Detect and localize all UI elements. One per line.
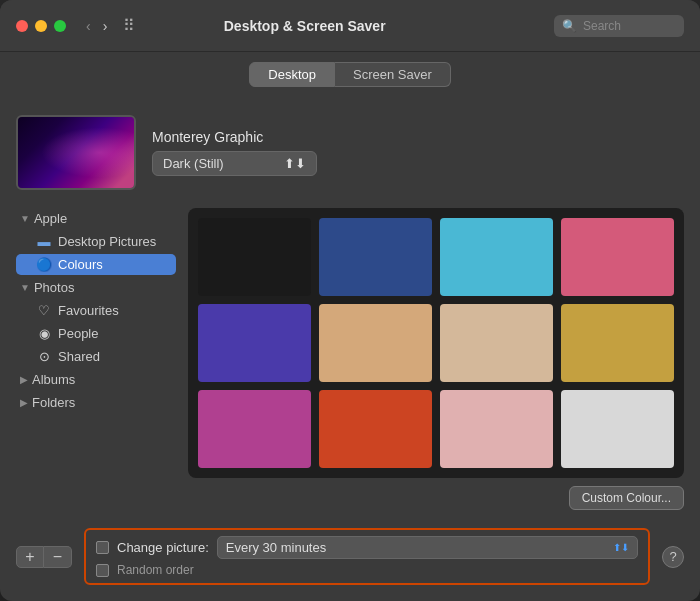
chevron-down-icon-photos: ▼ <box>20 282 30 293</box>
tabs-bar: Desktop Screen Saver <box>0 52 700 95</box>
sidebar-section-photos[interactable]: ▼ Photos <box>16 277 176 298</box>
section-apple-label: Apple <box>34 211 67 226</box>
change-picture-checkbox[interactable] <box>96 541 109 554</box>
swatch-pink-red[interactable] <box>561 218 674 296</box>
minimize-button[interactable] <box>35 20 47 32</box>
main-content: Monterey Graphic Dark (Still) ⬆⬇ ▼ Apple… <box>0 95 700 601</box>
sidebar-section-apple[interactable]: ▼ Apple <box>16 208 176 229</box>
person-icon: ◉ <box>36 326 52 341</box>
preview-info: Monterey Graphic Dark (Still) ⬆⬇ <box>152 129 317 176</box>
wallpaper-preview-inner <box>18 117 134 188</box>
traffic-lights <box>16 20 66 32</box>
help-button[interactable]: ? <box>662 546 684 568</box>
chevron-right-icon-folders: ▶ <box>20 397 28 408</box>
random-order-row: Random order <box>96 563 638 577</box>
wallpaper-name: Monterey Graphic <box>152 129 317 145</box>
sidebar-label-colours: Colours <box>58 257 103 272</box>
search-icon: 🔍 <box>562 19 577 33</box>
heart-icon: ♡ <box>36 303 52 318</box>
chevron-down-icon: ▼ <box>20 213 30 224</box>
swatch-orange-red[interactable] <box>319 390 432 468</box>
interval-dropdown-arrow-icon: ⬆⬇ <box>613 542 629 553</box>
window: ‹ › ⠿ Desktop & Screen Saver 🔍 Desktop S… <box>0 0 700 601</box>
shared-icon: ⊙ <box>36 349 52 364</box>
colors-grid: Custom Colour... <box>188 208 684 510</box>
maximize-button[interactable] <box>54 20 66 32</box>
window-title: Desktop & Screen Saver <box>67 18 542 34</box>
tab-screen-saver[interactable]: Screen Saver <box>335 62 451 87</box>
lower-section: ▼ Apple ▬ Desktop Pictures 🔵 Colours ▼ P… <box>16 208 684 510</box>
custom-colour-button[interactable]: Custom Colour... <box>569 486 684 510</box>
colours-icon: 🔵 <box>36 257 52 272</box>
swatch-cyan[interactable] <box>440 218 553 296</box>
sidebar-item-people[interactable]: ◉ People <box>16 323 176 344</box>
sidebar-label-favourites: Favourites <box>58 303 119 318</box>
section-folders-label: Folders <box>32 395 75 410</box>
sidebar-label-shared: Shared <box>58 349 100 364</box>
change-picture-section: Change picture: Every 30 minutes ⬆⬇ Rand… <box>84 528 650 585</box>
swatch-magenta[interactable] <box>198 390 311 468</box>
custom-colour-container: Custom Colour... <box>188 486 684 510</box>
sidebar-item-colours[interactable]: 🔵 Colours <box>16 254 176 275</box>
random-order-checkbox[interactable] <box>96 564 109 577</box>
sidebar: ▼ Apple ▬ Desktop Pictures 🔵 Colours ▼ P… <box>16 208 176 510</box>
random-order-label: Random order <box>117 563 194 577</box>
swatch-purple-blue[interactable] <box>198 304 311 382</box>
dropdown-arrow-icon: ⬆⬇ <box>284 156 306 171</box>
tab-desktop[interactable]: Desktop <box>249 62 335 87</box>
style-dropdown[interactable]: Dark (Still) ⬆⬇ <box>152 151 317 176</box>
sidebar-item-shared[interactable]: ⊙ Shared <box>16 346 176 367</box>
swatch-gold[interactable] <box>561 304 674 382</box>
close-button[interactable] <box>16 20 28 32</box>
change-picture-label: Change picture: <box>117 540 209 555</box>
remove-button[interactable]: − <box>44 546 72 568</box>
sidebar-section-folders[interactable]: ▶ Folders <box>16 392 176 413</box>
swatch-light-peach[interactable] <box>440 304 553 382</box>
color-swatches <box>188 208 684 478</box>
swatch-light-pink[interactable] <box>440 390 553 468</box>
preview-section: Monterey Graphic Dark (Still) ⬆⬇ <box>16 107 684 198</box>
sidebar-section-albums[interactable]: ▶ Albums <box>16 369 176 390</box>
sidebar-item-desktop-pictures[interactable]: ▬ Desktop Pictures <box>16 231 176 252</box>
swatch-white[interactable] <box>561 390 674 468</box>
interval-label: Every 30 minutes <box>226 540 326 555</box>
section-photos-label: Photos <box>34 280 74 295</box>
add-button[interactable]: + <box>16 546 44 568</box>
section-albums-label: Albums <box>32 372 75 387</box>
swatch-black[interactable] <box>198 218 311 296</box>
sidebar-label-desktop-pictures: Desktop Pictures <box>58 234 156 249</box>
change-picture-row: Change picture: Every 30 minutes ⬆⬇ <box>96 536 638 559</box>
sidebar-item-favourites[interactable]: ♡ Favourites <box>16 300 176 321</box>
swatch-peach[interactable] <box>319 304 432 382</box>
add-remove-buttons: + − <box>16 546 72 568</box>
interval-dropdown[interactable]: Every 30 minutes ⬆⬇ <box>217 536 638 559</box>
sidebar-label-people: People <box>58 326 98 341</box>
style-label: Dark (Still) <box>163 156 224 171</box>
swatch-dark-blue[interactable] <box>319 218 432 296</box>
chevron-right-icon-albums: ▶ <box>20 374 28 385</box>
wallpaper-preview <box>16 115 136 190</box>
search-input[interactable] <box>583 19 673 33</box>
bottom-bar: + − Change picture: Every 30 minutes ⬆⬇ … <box>16 520 684 589</box>
search-bar[interactable]: 🔍 <box>554 15 684 37</box>
folder-icon: ▬ <box>36 234 52 249</box>
title-bar: ‹ › ⠿ Desktop & Screen Saver 🔍 <box>0 0 700 52</box>
